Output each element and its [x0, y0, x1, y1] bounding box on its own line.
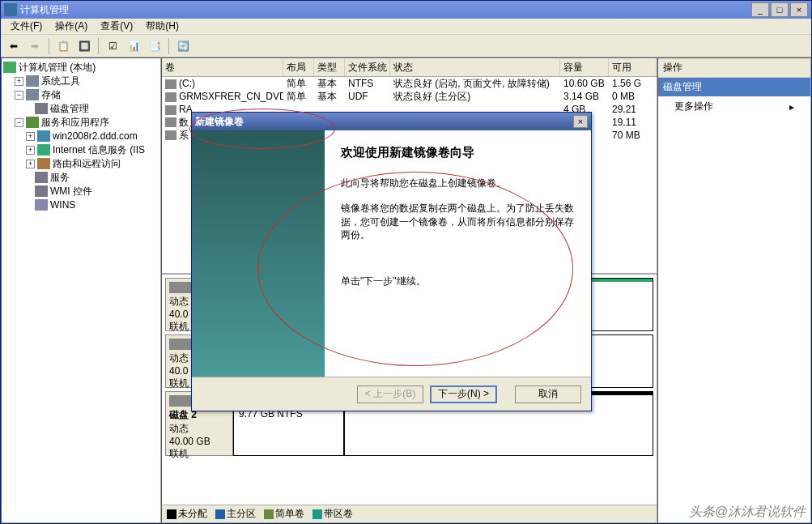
volume-row[interactable]: GRMSXFRER_CN_DVD (D:)简单基本UDF状态良好 (主分区)3.…: [162, 90, 657, 103]
views-button[interactable]: 📊: [124, 36, 143, 56]
wizard-para-1: 此向导将帮助您在磁盘上创建镜像卷。: [341, 177, 575, 190]
menu-view[interactable]: 查看(V): [94, 18, 139, 35]
expand-icon[interactable]: +: [15, 77, 23, 86]
tree-root[interactable]: 计算机管理 (本地): [3, 61, 159, 74]
watermark: 头条@沐沐君说软件: [689, 504, 806, 521]
tree-wmi[interactable]: WMI 控件: [3, 185, 159, 198]
menu-help[interactable]: 帮助(H): [139, 18, 185, 35]
wizard-back-button: < 上一步(B): [357, 386, 423, 403]
wizard-button-bar: < 上一步(B) 下一步(N) > 取消: [192, 377, 591, 411]
volume-icon: [165, 92, 176, 102]
actions-pane: 操作 磁盘管理 更多操作▸: [657, 58, 811, 523]
tree-routing[interactable]: +路由和远程访问: [3, 157, 159, 170]
wizard-next-button[interactable]: 下一步(N) >: [430, 386, 497, 403]
actions-section-title: 磁盘管理: [658, 78, 810, 96]
restore-button[interactable]: □: [771, 2, 789, 17]
swatch-striped: [312, 509, 322, 519]
app-icon: [4, 3, 17, 16]
toolbar: ⬅ ➡ 📋 🔲 ☑ 📊 📑 🔄: [1, 35, 811, 58]
volume-icon: [165, 79, 176, 89]
collapse-icon[interactable]: −: [15, 118, 23, 127]
tree-iis[interactable]: +Internet 信息服务 (IIS: [3, 143, 159, 156]
wizard-title: 新建镜像卷: [195, 115, 573, 129]
wizard-cancel-button[interactable]: 取消: [515, 386, 581, 403]
close-button[interactable]: ×: [790, 2, 808, 17]
menu-action[interactable]: 操作(A): [49, 18, 94, 35]
forward-button[interactable]: ➡: [25, 36, 45, 56]
titlebar[interactable]: 计算机管理 _ □ ×: [1, 1, 811, 19]
expand-icon[interactable]: +: [26, 160, 35, 168]
swatch-unallocated: [167, 509, 176, 519]
col-status[interactable]: 状态: [390, 58, 560, 76]
tree-disk-management[interactable]: 磁盘管理: [3, 102, 159, 115]
col-free[interactable]: 可用: [609, 58, 657, 76]
nav-tree[interactable]: 计算机管理 (本地) +系统工具 −存储 磁盘管理 −服务和应用程序 +win2…: [1, 58, 161, 523]
actions-more[interactable]: 更多操作▸: [658, 96, 810, 117]
help-button[interactable]: 🔄: [173, 36, 193, 56]
up-button[interactable]: 📋: [53, 36, 73, 56]
volume-icon: [165, 105, 176, 115]
disk-icon: [169, 282, 193, 293]
window-title: 计算机管理: [20, 3, 751, 17]
col-volume[interactable]: 卷: [162, 58, 283, 76]
expand-icon[interactable]: +: [26, 132, 35, 141]
col-fs[interactable]: 文件系统: [345, 58, 390, 76]
wizard-heading: 欢迎使用新建镜像卷向导: [341, 145, 575, 160]
minimize-button[interactable]: _: [751, 2, 769, 17]
wizard-para-3: 单击"下一步"继续。: [341, 275, 575, 288]
col-type[interactable]: 类型: [314, 58, 345, 76]
actions-header: 操作: [658, 58, 810, 78]
disk-icon: [169, 339, 193, 350]
wizard-close-button[interactable]: ×: [573, 115, 588, 128]
volume-icon: [165, 130, 176, 140]
swatch-primary: [215, 509, 225, 519]
col-capacity[interactable]: 容量: [560, 58, 609, 76]
tree-services[interactable]: 服务: [3, 171, 159, 184]
swatch-simple: [264, 509, 274, 519]
wizard-content: 欢迎使用新建镜像卷向导 此向导将帮助您在磁盘上创建镜像卷。 镜像卷将您的数据复制…: [325, 130, 591, 377]
menu-file[interactable]: 文件(F): [4, 18, 49, 35]
wizard-banner: [192, 130, 325, 377]
col-layout[interactable]: 布局: [283, 58, 314, 76]
back-button[interactable]: ⬅: [4, 36, 23, 56]
volume-header: 卷 布局 类型 文件系统 状态 容量 可用: [162, 58, 657, 77]
wizard-para-2: 镜像卷将您的数据复制在两个磁盘上。为了防止丢失数据，您可创建一个镜像卷，从而将所…: [341, 202, 575, 242]
list-button[interactable]: 📑: [145, 36, 164, 56]
tree-win2008[interactable]: +win2008r2.ddd.com: [3, 130, 159, 143]
collapse-icon[interactable]: −: [15, 91, 23, 100]
tree-system-tools[interactable]: +系统工具: [3, 75, 159, 87]
refresh-button[interactable]: 🔲: [74, 36, 94, 56]
tree-services-apps[interactable]: −服务和应用程序: [3, 116, 159, 129]
legend: 未分配 主分区 简单卷 带区卷: [162, 505, 657, 522]
wizard-titlebar[interactable]: 新建镜像卷 ×: [192, 113, 591, 130]
tree-wins[interactable]: WINS: [3, 198, 159, 211]
wizard-dialog[interactable]: 新建镜像卷 × 欢迎使用新建镜像卷向导 此向导将帮助您在磁盘上创建镜像卷。 镜像…: [191, 112, 592, 411]
volume-icon: [165, 117, 176, 127]
disk-icon: [169, 395, 193, 407]
menubar: 文件(F) 操作(A) 查看(V) 帮助(H): [1, 19, 811, 35]
chevron-right-icon: ▸: [789, 101, 794, 113]
expand-icon[interactable]: +: [26, 146, 35, 155]
tree-storage[interactable]: −存储: [3, 88, 159, 101]
properties-button[interactable]: ☑: [103, 36, 122, 56]
